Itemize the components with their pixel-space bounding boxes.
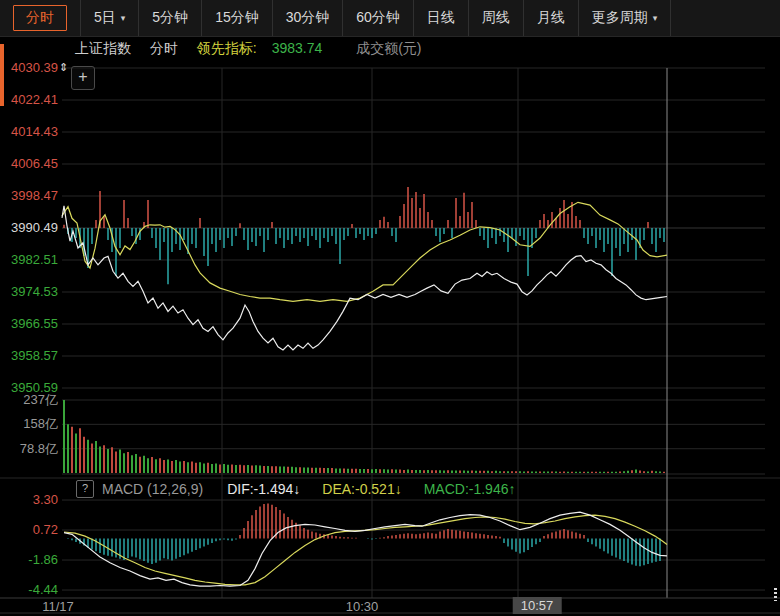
time-label: 11/17 xyxy=(42,599,74,614)
dea-line xyxy=(64,515,667,585)
volume-tick-label: 78.8亿 xyxy=(2,442,58,456)
price-tick-label: 3998.47 xyxy=(2,189,58,203)
macd-tick-label: -4.44 xyxy=(2,583,58,597)
stock-app-window: 分时5日▾5分钟15分钟30分钟60分钟日线周线月线更多周期▾ 上证指数 分时 … xyxy=(0,0,780,616)
price-tick-label: 3958.57 xyxy=(2,349,58,363)
price-tick-label: 3966.55 xyxy=(2,317,58,331)
macd-tick-label: 0.72 xyxy=(2,523,58,537)
macd-value-macd: MACD:-1.946↑ xyxy=(424,481,516,497)
volume-tick-label: 237亿 xyxy=(2,393,58,407)
macd-tick-label: -1.86 xyxy=(2,553,58,567)
macd-title: MACD (12,26,9) xyxy=(102,481,203,497)
price-tick-label: 4006.45 xyxy=(2,157,58,171)
volume-tick-label: 158亿 xyxy=(2,417,58,431)
scrollbar-handle[interactable] xyxy=(774,588,777,601)
crosshair-button[interactable]: + xyxy=(71,66,95,90)
help-icon[interactable]: ? xyxy=(76,480,94,498)
price-tick-label: 3974.53 xyxy=(2,285,58,299)
macd-tick-label: 3.30 xyxy=(2,493,58,507)
dif-line xyxy=(64,512,667,586)
chart-canvas[interactable] xyxy=(0,0,780,616)
macd-value-dea: DEA:-0.521↓ xyxy=(322,481,401,497)
price-updown-icon: ⇕ xyxy=(59,61,68,74)
price-tick-label: 4022.41 xyxy=(2,93,58,107)
time-label: 10:30 xyxy=(346,599,379,614)
price-tick-label: 4014.43 xyxy=(2,125,58,139)
time-label-current: 10:57 xyxy=(513,597,562,614)
price-tick-label: 3990.49 xyxy=(2,221,58,235)
macd-indicator-header: ? MACD (12,26,9) DIF:-1.494↓DEA:-0.521↓M… xyxy=(76,480,537,498)
macd-value-dif: DIF:-1.494↓ xyxy=(227,481,300,497)
price-tick-label: 3982.51 xyxy=(2,253,58,267)
price-tick-label: 4030.39 xyxy=(2,61,58,75)
